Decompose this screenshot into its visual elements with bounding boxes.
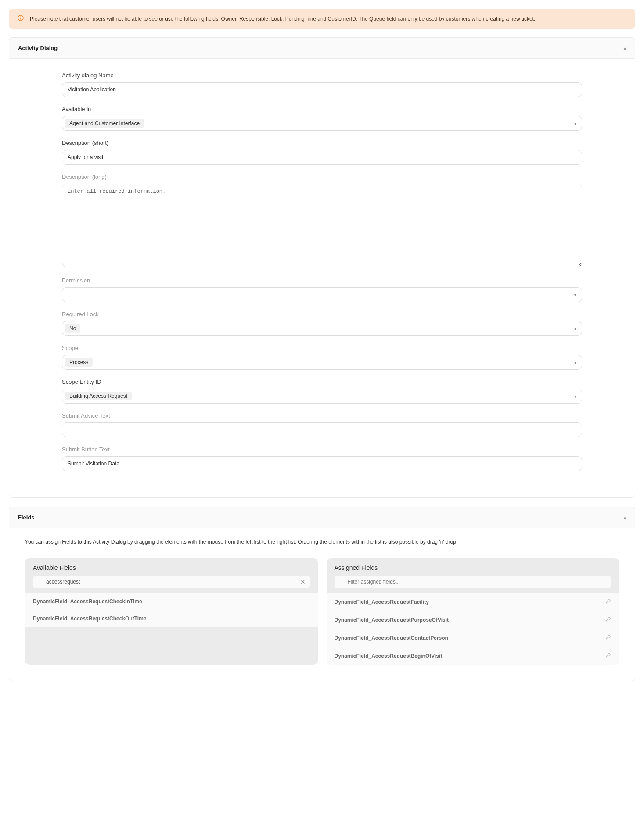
edit-icon[interactable] (605, 634, 611, 642)
submit-advice-input[interactable] (62, 422, 582, 437)
scope-select[interactable]: Process ▾ (62, 355, 582, 370)
submit-button-input[interactable] (62, 456, 582, 471)
name-label: Activity dialog Name (62, 72, 582, 79)
select-value: Building Access Request (65, 392, 132, 400)
fields-panel: Fields ▴ You can assign Fields to this A… (9, 507, 635, 681)
chevron-down-icon: ▾ (574, 394, 576, 399)
field-item[interactable]: DynamicField_AccessRequestFacility (327, 593, 619, 611)
select-value: Agent and Customer Interface (65, 119, 144, 128)
available-filter-input[interactable] (33, 576, 310, 588)
desc-long-textarea[interactable] (62, 184, 582, 267)
field-label: DynamicField_AccessRequestPurposeOfVisit (335, 617, 449, 623)
fields-header[interactable]: Fields ▴ (9, 507, 635, 528)
scope-entity-select[interactable]: Building Access Request ▾ (62, 389, 582, 404)
field-item[interactable]: DynamicField_AccessRequestPurposeOfVisit (327, 611, 619, 629)
edit-icon[interactable] (605, 616, 611, 624)
required-lock-select[interactable]: No ▾ (62, 321, 582, 336)
assigned-field-list: DynamicField_AccessRequestFacility Dynam… (327, 593, 619, 665)
permission-label: Permission (62, 277, 582, 284)
available-in-select[interactable]: Agent and Customer Interface ▾ (62, 116, 582, 131)
submit-button-label: Submit Button Text (62, 446, 582, 453)
field-label: DynamicField_AccessRequestCheckInTime (33, 598, 142, 605)
fields-help-text: You can assign Fields to this Activity D… (25, 539, 619, 545)
chevron-down-icon: ▾ (574, 326, 576, 331)
edit-icon[interactable] (605, 652, 611, 660)
permission-select[interactable]: ▾ (62, 287, 582, 302)
chevron-down-icon: ▾ (574, 360, 576, 365)
collapse-icon[interactable]: ▴ (624, 46, 626, 50)
available-fields-column: Available Fields ✕ DynamicField_AccessRe… (25, 558, 318, 665)
scope-entity-label: Scope Entity ID (62, 378, 582, 385)
info-icon (18, 15, 24, 22)
activity-dialog-header[interactable]: Activity Dialog ▴ (9, 38, 635, 59)
info-text: Please note that customer users will not… (30, 16, 535, 22)
field-item[interactable]: DynamicField_AccessRequestContactPerson (327, 629, 619, 647)
info-banner: Please note that customer users will not… (9, 9, 635, 29)
field-item[interactable]: DynamicField_AccessRequestCheckInTime (25, 593, 318, 610)
assigned-fields-column: Assigned Fields DynamicField_AccessReque… (327, 558, 619, 665)
desc-long-label: Description (long) (62, 173, 582, 180)
chevron-down-icon: ▾ (574, 292, 576, 297)
field-item[interactable]: DynamicField_AccessRequestCheckOutTime (25, 610, 318, 627)
select-value: Process (65, 358, 93, 367)
field-label: DynamicField_AccessRequestBeginOfVisit (335, 653, 443, 659)
desc-short-label: Description (short) (62, 140, 582, 146)
panel-title: Activity Dialog (18, 45, 58, 51)
activity-dialog-panel: Activity Dialog ▴ Activity dialog Name A… (9, 37, 635, 498)
edit-icon[interactable] (605, 598, 611, 606)
available-in-label: Available in (62, 106, 582, 112)
scope-label: Scope (62, 345, 582, 351)
select-value (65, 293, 74, 296)
field-label: DynamicField_AccessRequestCheckOutTime (33, 616, 147, 622)
desc-short-input[interactable] (62, 150, 582, 165)
available-field-list: DynamicField_AccessRequestCheckInTime Dy… (25, 593, 318, 627)
assigned-filter-input[interactable] (335, 576, 612, 588)
clear-icon[interactable]: ✕ (300, 578, 306, 585)
name-input[interactable] (62, 82, 582, 97)
chevron-down-icon: ▾ (574, 121, 576, 126)
field-label: DynamicField_AccessRequestFacility (335, 599, 429, 605)
svg-rect-1 (20, 18, 21, 19)
submit-advice-label: Submit Advice Text (62, 412, 582, 419)
available-fields-title: Available Fields (25, 558, 318, 576)
select-value: No (65, 324, 80, 333)
required-lock-label: Required Lock (62, 311, 582, 317)
assigned-fields-title: Assigned Fields (327, 558, 619, 576)
collapse-icon[interactable]: ▴ (624, 515, 626, 520)
panel-title: Fields (18, 514, 35, 521)
field-item[interactable]: DynamicField_AccessRequestBeginOfVisit (327, 647, 619, 665)
field-label: DynamicField_AccessRequestContactPerson (335, 635, 448, 641)
svg-rect-2 (20, 17, 21, 17)
